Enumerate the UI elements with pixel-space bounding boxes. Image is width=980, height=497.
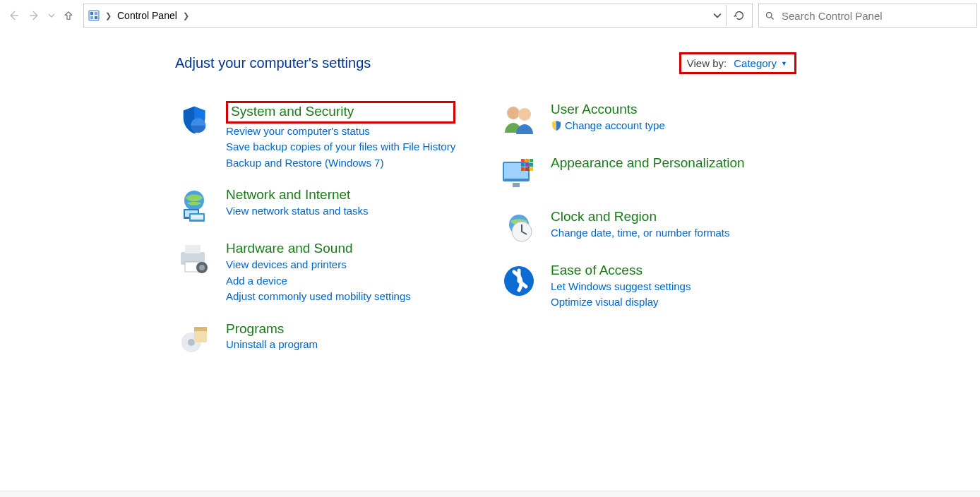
content-area: Adjust your computer's settings View by:… [0, 31, 980, 359]
arrow-left-icon [7, 9, 20, 22]
taskbar-edge [0, 491, 980, 497]
hardware-sound-link[interactable]: Hardware and Sound [226, 240, 411, 257]
printer-icon [175, 240, 213, 278]
appearance-icon [500, 155, 538, 193]
uac-shield-icon [551, 120, 562, 131]
shield-icon [175, 101, 213, 139]
category-network-internet: Network and Internet View network status… [175, 186, 458, 224]
breadcrumb-separator-icon: ❯ [102, 11, 114, 20]
svg-rect-20 [194, 327, 207, 331]
refresh-button[interactable] [726, 5, 752, 26]
user-accounts-link[interactable]: User Accounts [551, 101, 665, 118]
viewby-dropdown[interactable]: Category ▼ [734, 57, 787, 69]
mobility-settings-link[interactable]: Adjust commonly used mobility settings [226, 289, 411, 305]
viewby-highlight-box: View by: Category ▼ [679, 52, 796, 74]
svg-rect-4 [95, 16, 97, 19]
search-input[interactable] [780, 5, 976, 26]
category-programs: Programs Uninstall a program [175, 321, 458, 359]
svg-rect-29 [521, 163, 525, 167]
caret-down-icon: ▼ [781, 60, 787, 67]
optimize-display-link[interactable]: Optimize visual display [551, 294, 691, 311]
refresh-icon [734, 10, 745, 21]
users-icon [500, 101, 538, 139]
change-account-type-link[interactable]: Change account type [551, 118, 665, 134]
category-ease-of-access: Ease of Access Let Windows suggest setti… [500, 262, 768, 311]
category-appearance: Appearance and Personalization [500, 155, 768, 193]
category-hardware-sound: Hardware and Sound View devices and prin… [175, 240, 458, 304]
add-device-link[interactable]: Add a device [226, 273, 411, 289]
svg-rect-33 [525, 167, 529, 171]
breadcrumb-item[interactable]: Control Panel [117, 10, 177, 21]
search-icon [759, 11, 780, 21]
svg-rect-30 [525, 163, 529, 167]
back-button[interactable] [3, 5, 24, 26]
up-button[interactable] [58, 5, 79, 26]
programs-icon [175, 321, 213, 359]
chevron-down-icon [48, 12, 55, 19]
change-date-formats-link[interactable]: Change date, time, or number formats [551, 225, 729, 241]
top-navigation-bar: ❯ Control Panel ❯ [0, 0, 980, 31]
chevron-down-icon [713, 11, 722, 20]
system-security-highlight-box: System and Security [226, 101, 455, 124]
ease-of-access-link[interactable]: Ease of Access [551, 262, 691, 279]
devices-printers-link[interactable]: View devices and printers [226, 257, 411, 273]
category-clock-region: Clock and Region Change date, time, or n… [500, 208, 768, 246]
svg-rect-26 [521, 159, 525, 162]
viewby-label: View by: [687, 57, 727, 69]
globe-network-icon [175, 186, 213, 224]
svg-rect-25 [513, 183, 520, 187]
review-status-link[interactable]: Review your computer's status [226, 124, 455, 140]
network-status-link[interactable]: View network status and tasks [226, 203, 369, 220]
svg-rect-27 [525, 159, 529, 162]
svg-rect-11 [191, 215, 203, 220]
viewby-value-text: Category [734, 57, 777, 69]
left-column: System and Security Review your computer… [175, 101, 458, 359]
svg-rect-34 [530, 167, 533, 171]
category-user-accounts: User Accounts Change account type [500, 101, 768, 139]
right-column: User Accounts Change account type Appear… [500, 101, 768, 359]
network-internet-link[interactable]: Network and Internet [226, 186, 369, 203]
svg-rect-31 [530, 163, 533, 167]
page-title: Adjust your computer's settings [175, 55, 371, 71]
uninstall-program-link[interactable]: Uninstall a program [226, 337, 318, 353]
control-panel-icon [88, 10, 100, 21]
system-security-link[interactable]: System and Security [231, 104, 354, 119]
arrow-right-icon [28, 9, 41, 22]
svg-rect-3 [90, 16, 93, 19]
breadcrumb-separator-icon: ❯ [180, 11, 192, 20]
svg-point-22 [518, 108, 531, 121]
programs-link[interactable]: Programs [226, 321, 318, 337]
address-dropdown-button[interactable] [709, 5, 726, 26]
svg-point-18 [188, 339, 195, 346]
svg-rect-2 [95, 12, 97, 15]
breadcrumb: ❯ Control Panel ❯ [84, 10, 709, 21]
svg-rect-13 [185, 245, 201, 253]
svg-point-16 [199, 265, 205, 270]
forward-button[interactable] [24, 5, 45, 26]
backup-restore-link[interactable]: Backup and Restore (Windows 7) [226, 155, 455, 172]
ease-of-access-icon [500, 262, 538, 300]
address-bar[interactable]: ❯ Control Panel ❯ [83, 4, 753, 28]
svg-rect-28 [530, 159, 533, 162]
clock-globe-icon [500, 208, 538, 246]
appearance-link[interactable]: Appearance and Personalization [551, 155, 745, 172]
recent-locations-button[interactable] [45, 5, 58, 26]
clock-region-link[interactable]: Clock and Region [551, 208, 729, 225]
svg-rect-1 [90, 12, 93, 15]
arrow-up-icon [63, 10, 74, 21]
svg-point-21 [507, 107, 520, 119]
file-history-link[interactable]: Save backup copies of your files with Fi… [226, 139, 455, 155]
change-account-type-text: Change account type [565, 118, 665, 134]
search-box[interactable] [758, 4, 977, 28]
windows-suggest-link[interactable]: Let Windows suggest settings [551, 279, 691, 295]
svg-rect-32 [521, 167, 525, 171]
svg-point-5 [766, 12, 772, 18]
category-system-security: System and Security Review your computer… [175, 101, 458, 171]
